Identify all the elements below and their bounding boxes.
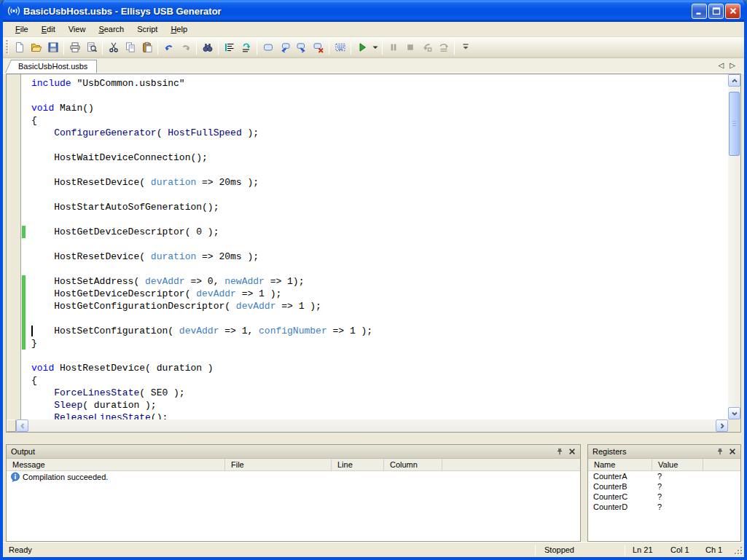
code-line	[31, 139, 728, 151]
pin-icon[interactable]	[714, 446, 725, 457]
cut-icon[interactable]	[105, 39, 122, 55]
registers-column-name[interactable]: Name	[588, 459, 652, 470]
print-icon[interactable]	[66, 39, 83, 55]
scroll-up-icon[interactable]	[728, 74, 740, 87]
register-row[interactable]: CounterB?	[588, 481, 740, 492]
registers-column-value[interactable]: Value	[652, 459, 703, 470]
new-document-icon[interactable]	[11, 39, 28, 55]
register-value: ?	[652, 481, 703, 492]
print-preview-icon[interactable]	[83, 39, 100, 55]
toolbar-separator	[382, 40, 383, 55]
paste-icon[interactable]	[138, 39, 155, 55]
vertical-scroll-thumb[interactable]	[729, 92, 740, 156]
close-button[interactable]	[725, 4, 740, 19]
code-line: HostSetConfiguration( devAddr => 1, conf…	[31, 325, 728, 337]
output-column-message[interactable]: Message	[7, 459, 225, 470]
scroll-right-icon[interactable]	[716, 419, 728, 432]
code-token: HostGetDeviceDescriptor(	[31, 288, 196, 299]
tab-basicusbhost[interactable]: BasicUsbHost.usbs	[13, 60, 97, 73]
menu-item-search[interactable]: Search	[92, 23, 130, 36]
tab-scroll-left-icon[interactable]: ◁	[716, 60, 727, 73]
code-token: ( duration );	[82, 400, 156, 411]
splitter-box[interactable]	[7, 419, 16, 432]
panel-splitter[interactable]	[3, 433, 744, 444]
code-line: ConfigureGenerator( HostFullSpeed );	[31, 127, 728, 139]
register-row[interactable]: CounterC?	[588, 492, 740, 502]
toolbar-buttons	[11, 39, 474, 55]
run-dropdown-icon[interactable]	[370, 39, 380, 55]
code-line: HostSetAddress( devAddr => 0, newAddr =>…	[31, 275, 728, 288]
output-row[interactable]: Compilation succeeded.	[7, 471, 580, 483]
tab-scroll-right-icon[interactable]: ▷	[727, 60, 738, 73]
change-bar-column	[21, 74, 26, 419]
status-separator	[625, 545, 625, 556]
step-return-icon	[418, 39, 435, 55]
horizontal-scrollbar[interactable]	[7, 419, 728, 432]
scrollbar-corner	[728, 419, 740, 432]
code-area[interactable]: include "UsbCommon.usbsinc"void Main(){ …	[26, 74, 728, 419]
run-icon[interactable]	[353, 39, 370, 55]
code-token: HostFullSpeed	[168, 127, 241, 138]
registers-panel: Registers NameValue CounterA?CounterB?Co…	[587, 444, 741, 542]
output-column-line[interactable]: Line	[332, 459, 384, 470]
info-icon	[10, 472, 20, 482]
menu-bar: FileEditViewSearchScriptHelp	[3, 22, 744, 37]
toolbar-overflow-icon[interactable]	[457, 39, 474, 55]
goto-line-icon[interactable]	[238, 39, 254, 55]
menu-item-help[interactable]: Help	[164, 23, 194, 36]
code-line: HostWaitDeviceConnection();	[31, 151, 728, 164]
code-token: ForceLinesState	[54, 387, 139, 398]
horizontal-scroll-track[interactable]	[28, 419, 716, 432]
register-value: ?	[652, 502, 703, 512]
output-message: Compilation succeeded.	[23, 473, 108, 481]
menu-item-script[interactable]: Script	[130, 23, 164, 36]
breakpoint-prev-icon[interactable]	[276, 39, 293, 55]
bookmark-list-icon[interactable]	[221, 39, 238, 55]
minimize-button[interactable]	[692, 4, 707, 19]
scroll-down-icon[interactable]	[728, 407, 740, 419]
scroll-left-icon[interactable]	[16, 419, 28, 432]
copy-icon[interactable]	[122, 39, 138, 55]
register-row[interactable]: CounterD?	[588, 502, 740, 512]
code-token: }	[31, 338, 37, 349]
close-panel-icon[interactable]	[566, 446, 577, 457]
toolbar-grip[interactable]	[6, 40, 9, 55]
changed-line-marker	[22, 312, 26, 325]
breakpoint-next-icon[interactable]	[293, 39, 310, 55]
output-body[interactable]: Compilation succeeded.	[7, 471, 580, 541]
code-token: "UsbCommon.usbsinc"	[71, 78, 185, 89]
registers-body[interactable]: CounterA?CounterB?CounterC?CounterD?	[588, 471, 740, 541]
code-line: HostGetConfigurationDescriptor( devAddr …	[31, 300, 728, 312]
find-icon[interactable]	[199, 39, 216, 55]
editor: include "UsbCommon.usbsinc"void Main(){ …	[6, 74, 741, 433]
register-name: CounterC	[588, 492, 652, 502]
app-window: BasicUsbHost.usbs - Ellisys USB Generato…	[0, 0, 747, 560]
breakpoint-clear-icon[interactable]	[310, 39, 326, 55]
menu-item-file[interactable]: File	[9, 23, 35, 36]
open-file-icon[interactable]	[28, 39, 44, 55]
code-line: }	[31, 337, 728, 350]
breakpoint-icon[interactable]	[259, 39, 276, 55]
status-bar: Ready Stopped Ln 21 Col 1 Ch 1	[3, 542, 744, 557]
maximize-button[interactable]	[708, 4, 724, 19]
vertical-scrollbar[interactable]	[728, 74, 740, 419]
close-panel-icon[interactable]	[727, 446, 738, 457]
menu-item-edit[interactable]: Edit	[35, 23, 62, 36]
pin-icon[interactable]	[554, 446, 565, 457]
save-icon[interactable]	[44, 39, 61, 55]
undo-icon[interactable]	[160, 39, 177, 55]
toolbar-separator	[351, 40, 351, 55]
code-token: configNumber	[259, 326, 327, 336]
menu-item-view[interactable]: View	[62, 23, 93, 36]
grid-icon[interactable]	[332, 39, 348, 55]
code-line	[31, 350, 728, 362]
toolbar-separator	[257, 40, 257, 55]
resize-grip[interactable]	[732, 544, 743, 556]
output-column-column[interactable]: Column	[384, 459, 442, 470]
register-value: ?	[652, 492, 703, 502]
output-column-file[interactable]: File	[225, 459, 332, 470]
code-token: HostResetDevice(	[31, 177, 151, 188]
code-token: HostSetConfiguration(	[31, 326, 179, 336]
register-row[interactable]: CounterA?	[588, 471, 740, 481]
editor-client[interactable]: include "UsbCommon.usbsinc"void Main(){ …	[7, 74, 728, 419]
